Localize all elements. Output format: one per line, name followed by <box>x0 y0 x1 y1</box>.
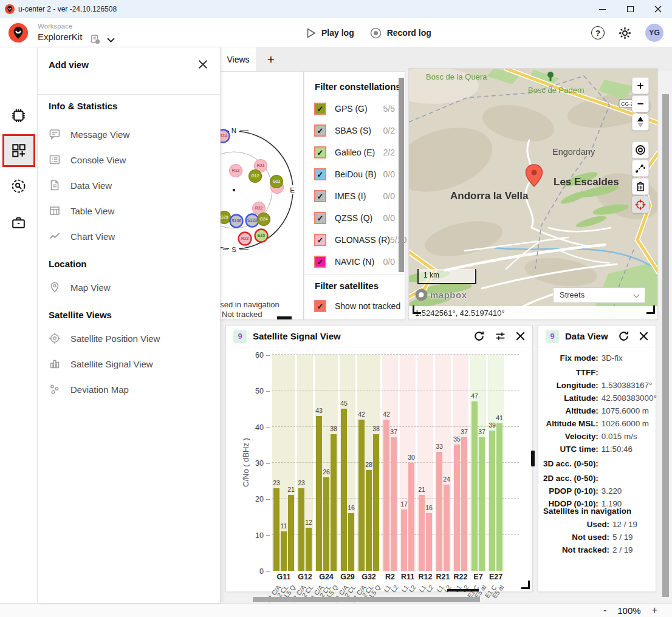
constellation-checkbox[interactable]: ✓ <box>314 103 326 115</box>
bar-value-label: 16 <box>425 504 433 511</box>
device-button[interactable] <box>9 105 29 126</box>
resize-handle[interactable] <box>447 589 479 591</box>
close-icon[interactable] <box>516 332 525 341</box>
add-view-item-satellite-signal-view[interactable]: Satellite Signal View <box>49 351 211 377</box>
add-view-item-deviation-map[interactable]: Deviation Map <box>49 377 211 402</box>
y-axis: 0102030405060 <box>226 355 270 571</box>
refresh-icon[interactable] <box>618 330 629 342</box>
add-view-item-message-view[interactable]: Message View <box>49 121 211 147</box>
play-log-button[interactable]: Play log <box>307 28 354 38</box>
constellation-checkbox[interactable]: ✓ <box>314 212 326 224</box>
constellation-checkbox[interactable]: ✓ <box>314 124 326 137</box>
add-view-item-console-view[interactable]: Console View <box>49 147 211 172</box>
item-label: Satellite Position View <box>70 333 160 344</box>
map-follow-button[interactable] <box>632 141 649 159</box>
signal-bar <box>391 437 397 571</box>
add-view-item-chart-view[interactable]: Chart View <box>49 223 211 249</box>
bar-slot: 17 <box>401 355 407 571</box>
data-value: 2 / 19 <box>612 545 637 554</box>
signal-bar <box>426 513 432 571</box>
map-compass-button[interactable] <box>632 114 649 131</box>
device-search-button[interactable] <box>9 176 29 196</box>
constellation-checkbox[interactable]: ✓ <box>314 256 326 268</box>
close-icon[interactable] <box>198 60 208 69</box>
bar-slot: 37 <box>479 355 485 571</box>
section-location: Location <box>49 259 87 269</box>
data-value: 1026.6000 m <box>602 419 657 428</box>
data-label: Latitude: <box>543 394 598 403</box>
compass-east-label: E <box>290 186 295 194</box>
signal-bar <box>348 513 354 571</box>
data-label: Used: <box>543 520 609 529</box>
device-badge: 9 <box>546 330 559 343</box>
chart-group-E27: 3941 <box>488 355 504 571</box>
constellation-filter-row: ✓QZSS (Q)0/0 <box>304 207 405 229</box>
workspace-chevron-down-icon[interactable] <box>107 38 115 43</box>
deviation-scatter-icon <box>49 383 61 395</box>
bar-slot: 16 <box>426 355 432 571</box>
satellite-G12: G12 <box>249 170 262 183</box>
add-view-item-map-view[interactable]: Map View <box>49 274 211 300</box>
refresh-icon[interactable] <box>473 330 485 342</box>
compass-icon <box>637 117 644 128</box>
map-zoom-in-button[interactable]: + <box>632 77 649 94</box>
add-view-item-table-view[interactable]: Table View <box>49 198 211 223</box>
close-icon[interactable] <box>639 332 648 341</box>
route-icon <box>635 163 646 174</box>
help-button[interactable]: ? <box>591 26 605 39</box>
workspace-save-icon[interactable] <box>90 34 101 45</box>
workspace-name[interactable]: ExplorerKit <box>38 32 82 42</box>
tab-views[interactable]: Views <box>221 47 256 71</box>
vertical-scrollbar[interactable] <box>662 94 669 597</box>
minimize-icon <box>599 9 606 10</box>
group-label: G29 <box>340 573 355 581</box>
zoom-in-button[interactable]: + <box>652 605 657 616</box>
map-label: Bosc de la Quera <box>426 72 487 81</box>
chip-icon <box>10 107 27 124</box>
close-button[interactable] <box>644 0 672 18</box>
minimize-button[interactable] <box>588 0 616 18</box>
crosshair-icon <box>635 199 646 210</box>
scrollbar-thumb[interactable] <box>399 78 404 272</box>
constellation-checkbox[interactable]: ✓ <box>314 168 326 180</box>
bar-slot: 37 <box>461 355 467 571</box>
settings-gear-icon[interactable] <box>618 26 632 40</box>
bar-value-label: 38 <box>372 425 380 432</box>
signal-bar <box>316 416 322 571</box>
zoom-out-button[interactable]: - <box>603 605 606 616</box>
horizontal-scrollbar[interactable] <box>253 597 480 602</box>
resize-handle[interactable] <box>277 316 292 319</box>
add-tab-button[interactable]: + <box>263 47 279 71</box>
svg-text:S123: S123 <box>247 218 257 222</box>
signal-bar <box>479 437 485 571</box>
avatar[interactable]: YG <box>645 24 663 42</box>
maximize-button[interactable] <box>616 0 644 18</box>
settings-sliders-icon[interactable] <box>495 330 506 342</box>
resize-handle[interactable] <box>646 305 655 314</box>
svg-text:S136: S136 <box>231 219 241 223</box>
record-log-button[interactable]: Record log <box>370 27 431 39</box>
svg-text:E15: E15 <box>258 233 265 237</box>
mapbox-icon <box>415 288 428 301</box>
constellation-checkbox[interactable]: ✓ <box>314 190 326 202</box>
map-zoom-out-button[interactable]: − <box>632 95 649 112</box>
constellation-checkbox[interactable]: ✓ <box>314 234 326 246</box>
signal-bar <box>298 488 304 571</box>
data-label: Altitude: <box>543 406 598 415</box>
map-style-dropdown[interactable]: Streets <box>553 287 645 303</box>
resize-handle[interactable] <box>413 305 421 314</box>
map-buildings-button[interactable] <box>632 178 649 195</box>
close-icon <box>654 5 662 13</box>
map-route-button[interactable] <box>632 160 649 177</box>
add-view-item-satellite-position-view[interactable]: Satellite Position View <box>49 326 211 351</box>
panel-splitter-handle[interactable] <box>531 451 535 466</box>
svg-text:R23: R23 <box>241 236 249 240</box>
map-center-position-button[interactable] <box>632 196 649 213</box>
signal-bar <box>496 423 502 571</box>
toolbox-button[interactable] <box>9 212 29 233</box>
constellation-checkbox[interactable]: ✓ <box>314 146 326 159</box>
add-view-button-active[interactable] <box>2 134 35 167</box>
resize-handle[interactable] <box>521 581 530 589</box>
show-not-tracked-checkbox[interactable]: ✓ <box>314 300 326 312</box>
add-view-item-data-view[interactable]: Data View <box>49 172 211 198</box>
